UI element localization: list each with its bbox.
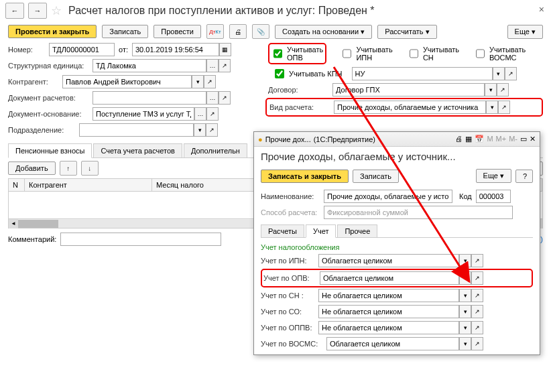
- nav-forward[interactable]: →: [28, 3, 47, 19]
- col-counterparty[interactable]: Контрагент: [25, 179, 152, 191]
- subdiv-input[interactable]: [79, 123, 194, 137]
- date-picker-icon[interactable]: ▦: [219, 43, 231, 56]
- contract-input[interactable]: [332, 83, 485, 96]
- dlg-opv-open-icon[interactable]: ↗: [471, 271, 483, 285]
- dlg-section-title: Учет налогообложения: [261, 242, 533, 253]
- dlg-calc-icon[interactable]: ▦: [465, 135, 472, 143]
- counterparty-open-icon[interactable]: ↗: [204, 75, 216, 88]
- date-label: от:: [119, 46, 128, 54]
- dlg-vosms-input[interactable]: [326, 337, 459, 350]
- dlg-code-input[interactable]: [476, 190, 511, 203]
- dlg-mplus-icon[interactable]: M+: [496, 135, 507, 143]
- chk-opv[interactable]: Учитывать ОПВ: [271, 46, 324, 62]
- close-window[interactable]: ×: [539, 4, 544, 15]
- dlg-so-input[interactable]: [318, 305, 459, 318]
- print-icon[interactable]: 🖨: [229, 24, 247, 39]
- dlg-opv-drop-icon[interactable]: ▾: [459, 271, 471, 285]
- dlg-sn-input[interactable]: [318, 289, 459, 302]
- unit-open-icon[interactable]: ↗: [219, 59, 231, 72]
- doc-base-dots[interactable]: …: [194, 107, 206, 121]
- dlg-write-button[interactable]: Записать: [353, 170, 399, 183]
- calculate-label: Рассчитать: [385, 27, 423, 36]
- dtkt-icon[interactable]: ДтКт: [206, 24, 224, 39]
- calculate-button[interactable]: Рассчитать ▾: [377, 25, 436, 39]
- tab-accounts[interactable]: Счета учета расчетов: [93, 143, 182, 157]
- dlg-name-label: Наименование:: [261, 192, 320, 200]
- more-label: Еще: [515, 27, 530, 36]
- dlg-ipn-label: Учет по ИПН:: [261, 257, 314, 265]
- dlg-write-close-button[interactable]: Записать и закрыть: [261, 170, 349, 183]
- dlg-cal-icon[interactable]: 📅: [475, 135, 484, 143]
- nav-back[interactable]: ←: [5, 3, 24, 19]
- more-button[interactable]: Еще ▾: [507, 25, 543, 39]
- date-input[interactable]: [132, 43, 219, 56]
- dlg-oppv-open-icon[interactable]: ↗: [471, 321, 483, 334]
- post-button[interactable]: Провести: [154, 25, 201, 38]
- dlg-ipn-drop-icon[interactable]: ▾: [459, 254, 471, 267]
- subdiv-drop-icon[interactable]: ▾: [194, 123, 206, 137]
- dlg-sn-drop-icon[interactable]: ▾: [459, 289, 471, 302]
- doc-calc-dots[interactable]: …: [206, 91, 219, 105]
- dlg-restore-icon[interactable]: ▭: [520, 135, 527, 143]
- calc-type-open-icon[interactable]: ↗: [498, 101, 510, 114]
- dlg-sn-open-icon[interactable]: ↗: [471, 289, 483, 302]
- doc-base-input[interactable]: [93, 107, 194, 121]
- write-button[interactable]: Записать: [102, 25, 148, 38]
- contract-open-icon[interactable]: ↗: [497, 83, 509, 96]
- subdiv-open-icon[interactable]: ↗: [206, 123, 218, 137]
- up-icon[interactable]: ↑: [60, 161, 77, 176]
- dialog-titlebar[interactable]: ● Прочие дох... (1С:Предприятие) 🖨 ▦ 📅 M…: [254, 132, 540, 147]
- dlg-close-icon[interactable]: ✕: [530, 135, 536, 143]
- attach-icon[interactable]: 📎: [252, 24, 269, 39]
- add-button[interactable]: Добавить: [8, 161, 56, 175]
- down-icon[interactable]: ↓: [81, 161, 99, 176]
- dlg-more-button[interactable]: Еще ▾: [476, 169, 511, 183]
- dlg-mminus-icon[interactable]: M-: [509, 135, 517, 143]
- dlg-ipn-open-icon[interactable]: ↗: [471, 254, 483, 267]
- dlg-oppv-input[interactable]: [318, 321, 459, 334]
- unit-dots[interactable]: …: [206, 59, 219, 72]
- calc-type-drop-icon[interactable]: ▾: [486, 101, 498, 114]
- dialog-tabs: Расчеты Учет Прочее: [261, 224, 533, 238]
- comment-input[interactable]: [60, 233, 221, 246]
- dlg-vosms-drop-icon[interactable]: ▾: [459, 337, 471, 350]
- dlg-opv-input[interactable]: [320, 271, 459, 285]
- doc-base-open-icon[interactable]: ↗: [206, 107, 219, 121]
- dlg-so-open-icon[interactable]: ↗: [471, 305, 483, 318]
- chk-vosms[interactable]: Учитывать ВОСМС: [473, 46, 535, 62]
- scroll-thumb[interactable]: [18, 220, 58, 228]
- dlg-so-drop-icon[interactable]: ▾: [459, 305, 471, 318]
- dlg-oppv-drop-icon[interactable]: ▾: [459, 321, 471, 334]
- dlg-ipn-input[interactable]: [318, 254, 459, 267]
- nu-open-icon[interactable]: ↗: [505, 67, 517, 80]
- nu-input[interactable]: [352, 67, 493, 80]
- calc-type-input[interactable]: [334, 101, 486, 114]
- nu-drop-icon[interactable]: ▾: [493, 67, 505, 80]
- doc-calc-input[interactable]: [93, 91, 206, 105]
- favorite-star-icon[interactable]: ☆: [51, 3, 62, 18]
- contract-drop-icon[interactable]: ▾: [485, 83, 497, 96]
- doc-calc-open-icon[interactable]: ↗: [219, 91, 231, 105]
- number-input[interactable]: [49, 43, 115, 56]
- dlg-print-icon[interactable]: 🖨: [455, 135, 463, 143]
- tab-additional[interactable]: Дополнительн: [184, 143, 247, 157]
- dialog-icon: ●: [258, 135, 263, 143]
- dlg-name-input[interactable]: [324, 190, 452, 203]
- dlg-help-button[interactable]: ?: [515, 170, 533, 183]
- dlg-tab-calculations[interactable]: Расчеты: [261, 224, 304, 237]
- chk-ipn[interactable]: Учитывать ИПН: [340, 46, 393, 62]
- chk-sn[interactable]: Учитывать СН: [407, 46, 460, 62]
- unit-input[interactable]: [93, 59, 206, 72]
- dlg-tab-other[interactable]: Прочее: [337, 224, 377, 237]
- counterparty-input[interactable]: [62, 75, 192, 88]
- dlg-m-icon[interactable]: M: [487, 135, 493, 143]
- counterparty-drop-icon[interactable]: ▾: [192, 75, 204, 88]
- tab-pension[interactable]: Пенсионные взносы: [8, 143, 92, 158]
- create-based-button[interactable]: Создать на основании ▾: [275, 25, 372, 39]
- chk-kpn[interactable]: Учитывать КПН: [272, 67, 343, 80]
- dlg-tab-accounting[interactable]: Учет: [306, 224, 336, 238]
- post-and-close-button[interactable]: Провести и закрыть: [8, 25, 97, 38]
- col-n[interactable]: N: [9, 179, 25, 191]
- dlg-vosms-open-icon[interactable]: ↗: [471, 337, 483, 350]
- scroll-left-icon[interactable]: ◄: [9, 219, 18, 228]
